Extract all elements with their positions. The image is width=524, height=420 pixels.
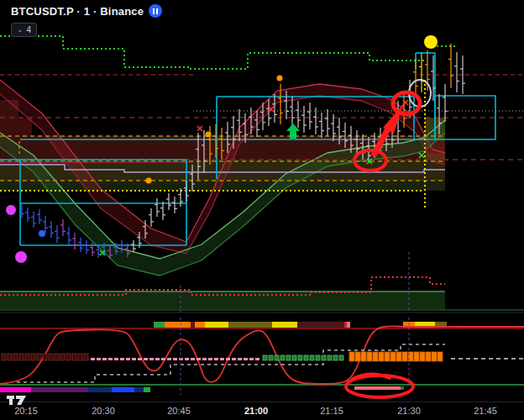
time-label: 21:00 — [244, 406, 268, 416]
time-label: 20:15 — [14, 406, 38, 416]
oscillator-pane — [0, 318, 524, 395]
tradingview-chart-window: BTCUSDT.P · 1 · Binance ⌄ 4 20:1520:3020… — [0, 0, 524, 420]
time-label: 21:45 — [474, 406, 497, 416]
time-label: 20:45 — [167, 406, 191, 416]
symbol-header: BTCUSDT.P · 1 · Binance — [11, 4, 162, 18]
time-label: 21:15 — [320, 406, 343, 416]
yellow-dot-signal — [424, 35, 438, 49]
time-label: 20:30 — [92, 406, 115, 416]
tradingview-logo[interactable] — [6, 393, 28, 407]
time-axis[interactable]: 20:1520:3020:4521:0021:1521:3021:45 — [0, 402, 524, 420]
chart-canvas[interactable] — [0, 0, 524, 420]
chevron-down-icon: ⌄ — [17, 26, 24, 34]
indicator-count-button[interactable]: ⌄ 4 — [11, 23, 37, 37]
time-label: 21:30 — [397, 406, 421, 416]
vertical-lines — [19, 80, 425, 312]
symbol-title: BTCUSDT.P · 1 · Binance — [11, 5, 144, 18]
indicator-count-value: 4 — [27, 25, 32, 34]
pause-icon[interactable] — [149, 4, 162, 18]
green-dotted-stepline — [0, 36, 427, 69]
